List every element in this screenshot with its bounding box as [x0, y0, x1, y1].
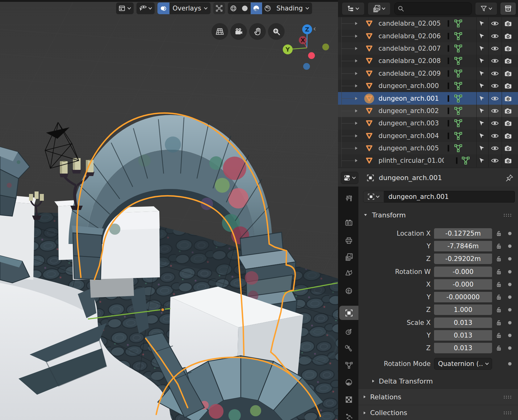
outliner-row[interactable]: dungeon_arch.003	[338, 117, 518, 129]
tab-texture[interactable]	[339, 393, 358, 407]
hide-render-toggle-icon[interactable]	[504, 58, 512, 64]
object-name[interactable]: dungeon_arch.004	[378, 132, 439, 140]
selectable-toggle-icon[interactable]	[478, 145, 485, 152]
tab-world[interactable]	[339, 284, 358, 298]
object-name[interactable]: dungeon_arch.005	[378, 145, 439, 152]
animate-dot[interactable]	[508, 257, 512, 261]
object-name[interactable]: candelabra_02.009	[378, 70, 441, 77]
hide-render-toggle-icon[interactable]	[504, 158, 512, 164]
hide-render-toggle-icon[interactable]	[504, 132, 512, 139]
object-name[interactable]: dungeon_arch.000	[378, 82, 439, 90]
lock-icon[interactable]	[495, 255, 502, 262]
tab-particles[interactable]	[339, 410, 358, 420]
transform-panel-header[interactable]: Transform	[358, 209, 518, 220]
object-name[interactable]: dungeon_arch.001	[378, 95, 439, 102]
hide-viewport-toggle-icon[interactable]	[491, 58, 499, 64]
animate-dot[interactable]	[508, 232, 512, 235]
selectable-toggle-icon[interactable]	[478, 20, 485, 27]
shading-solid-button[interactable]	[239, 2, 251, 14]
location-z-field[interactable]: -0.29202m	[434, 254, 492, 264]
navigation-gizmo[interactable]: Z X Y	[265, 22, 336, 73]
rotation-y-field[interactable]: -0.000000	[434, 292, 492, 302]
hide-render-toggle-icon[interactable]	[504, 20, 512, 27]
show-object-types-button[interactable]	[136, 2, 155, 14]
hide-viewport-toggle-icon[interactable]	[491, 46, 499, 51]
search-input[interactable]	[404, 5, 469, 12]
rotation-z-field[interactable]: 1.000	[434, 304, 492, 315]
outliner-row[interactable]: candelabra_02.006	[338, 30, 518, 42]
hide-render-toggle-icon[interactable]	[504, 145, 512, 152]
hide-viewport-toggle-icon[interactable]	[491, 158, 499, 163]
tab-scene[interactable]	[339, 265, 358, 279]
hide-viewport-toggle-icon[interactable]	[491, 71, 499, 76]
hide-viewport-toggle-icon[interactable]	[491, 83, 499, 89]
selectable-toggle-icon[interactable]	[478, 95, 485, 102]
expand-arrow-icon[interactable]	[354, 84, 358, 88]
tab-view-layer[interactable]	[339, 250, 358, 264]
expand-arrow-icon[interactable]	[354, 96, 358, 101]
scale-y-field[interactable]: 0.013	[434, 330, 492, 341]
animate-dot[interactable]	[508, 308, 512, 312]
hide-render-toggle-icon[interactable]	[504, 107, 512, 114]
animate-dot[interactable]	[508, 283, 512, 286]
lock-icon[interactable]	[495, 345, 502, 352]
filter-dropdown[interactable]	[475, 2, 497, 15]
tab-render[interactable]	[339, 216, 358, 230]
delta-transform-subpanel[interactable]: Delta Transform	[358, 375, 518, 387]
expand-arrow-icon[interactable]	[354, 21, 358, 26]
outliner-row[interactable]: dungeon_arch.002	[338, 105, 518, 117]
hide-render-toggle-icon[interactable]	[504, 83, 512, 89]
outliner-row[interactable]: dungeon_arch.005	[338, 142, 518, 154]
expand-arrow-icon[interactable]	[354, 146, 358, 150]
expand-arrow-icon[interactable]	[354, 71, 358, 76]
outliner-row[interactable]: dungeon_arch.004	[338, 130, 518, 142]
panel-drag-dots[interactable]	[503, 213, 511, 217]
rotation-x-field[interactable]: -0.000	[434, 279, 492, 290]
3d-viewport[interactable]: Overlays Shading	[0, 0, 338, 420]
rotation-mode-dropdown[interactable]: Quaternion (..	[434, 358, 492, 370]
tab-object-data[interactable]	[339, 358, 358, 372]
hide-viewport-toggle-icon[interactable]	[491, 33, 499, 39]
region-collapse-chevron[interactable]: ‹	[311, 24, 319, 33]
id-type-button[interactable]	[363, 191, 384, 203]
selectable-toggle-icon[interactable]	[478, 157, 485, 164]
rotation-w-field[interactable]: -0.000	[434, 267, 492, 277]
hide-render-toggle-icon[interactable]	[504, 95, 512, 102]
outliner-row[interactable]: plinth_circular_01.001	[338, 154, 518, 167]
expand-arrow-icon[interactable]	[354, 46, 358, 51]
hide-viewport-toggle-icon[interactable]	[491, 108, 499, 114]
object-name[interactable]: dungeon_arch.003	[378, 120, 439, 127]
object-name[interactable]: candelabra_02.008	[378, 57, 441, 65]
hide-render-toggle-icon[interactable]	[504, 120, 512, 127]
scale-x-field[interactable]: 0.013	[434, 317, 492, 328]
tab-modifiers[interactable]	[339, 341, 358, 355]
shading-rendered-button[interactable]	[262, 2, 274, 14]
lock-icon[interactable]	[495, 306, 502, 313]
expand-arrow-icon[interactable]	[354, 158, 358, 163]
object-name[interactable]: plinth_circular_01.001	[378, 157, 444, 164]
hide-render-toggle-icon[interactable]	[504, 45, 512, 52]
hide-viewport-toggle-icon[interactable]	[491, 120, 499, 126]
selectable-toggle-icon[interactable]	[478, 33, 485, 40]
hide-viewport-toggle-icon[interactable]	[491, 96, 499, 101]
selectable-toggle-icon[interactable]	[478, 70, 485, 77]
lock-icon[interactable]	[495, 319, 502, 326]
animate-dot[interactable]	[508, 321, 512, 325]
selectable-toggle-icon[interactable]	[478, 82, 485, 89]
location-x-field[interactable]: -0.12725m	[434, 228, 492, 239]
lock-icon[interactable]	[495, 332, 502, 339]
hide-viewport-toggle-icon[interactable]	[491, 145, 499, 151]
outliner-row-active[interactable]: dungeon_arch.001	[338, 92, 518, 104]
lock-icon[interactable]	[495, 268, 502, 275]
animate-dot[interactable]	[508, 362, 512, 366]
object-name[interactable]: candelabra_02.006	[378, 32, 441, 40]
animate-dot[interactable]	[508, 270, 512, 274]
gizmo-neg-z-ball[interactable]	[303, 63, 310, 70]
filter-id-type-dropdown[interactable]	[368, 2, 391, 15]
collections-panel-header[interactable]: Collections	[358, 405, 518, 420]
selectable-toggle-icon[interactable]	[478, 57, 485, 64]
expand-arrow-icon[interactable]	[354, 121, 358, 125]
outliner-search[interactable]	[394, 2, 472, 15]
hide-viewport-toggle-icon[interactable]	[491, 133, 499, 139]
gizmo-neg-x-ball[interactable]	[308, 52, 315, 59]
